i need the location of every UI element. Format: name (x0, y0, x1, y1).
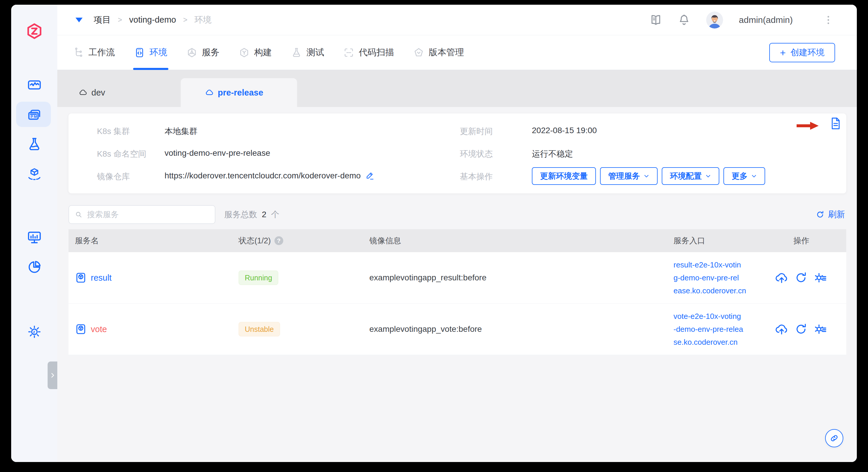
test-flask-icon (291, 47, 302, 58)
pm-icon-label: PM (31, 114, 38, 119)
tab-label: 版本管理 (429, 47, 464, 58)
image-info: examplevotingapp_vote:before (369, 324, 482, 334)
restart-service-icon[interactable] (794, 271, 808, 285)
sidebar-item-settings-icon[interactable]: z (27, 324, 42, 339)
refresh-icon (816, 210, 825, 219)
status-cell: Unstable (239, 322, 280, 336)
top-bar: 项目 > voting-demo > 环境 (57, 5, 857, 35)
manage-services-dropdown-button[interactable]: 管理服务 (600, 167, 658, 185)
service-entry-link[interactable]: vote-e2e-10x-voting -demo-env-pre-relea … (674, 310, 743, 349)
breadcrumb-project-name[interactable]: voting-demo (129, 15, 176, 25)
col-image-info: 镜像信息 (369, 229, 401, 252)
user-avatar[interactable] (706, 11, 723, 29)
image-registry-value: https://koderover.tencentcloudcr.com/kod… (164, 171, 361, 180)
service-total-label: 服务总数 (224, 209, 257, 220)
field-label: K8s 集群 (97, 126, 130, 137)
create-environment-button[interactable]: + 创建环境 (769, 43, 835, 62)
tab-workflows[interactable]: 工作流 (73, 35, 115, 70)
red-annotation-arrow (797, 120, 819, 131)
kebab-menu-icon[interactable] (823, 14, 834, 26)
zadig-logo-icon[interactable] (26, 23, 42, 39)
image-registry-row: https://koderover.tencentcloudcr.com/kod… (164, 171, 374, 180)
col-service-entry: 服务入口 (674, 229, 705, 252)
service-name: vote (91, 324, 107, 334)
version-icon (413, 47, 424, 58)
service-name: result (91, 273, 112, 283)
sidebar-item-dashboard-icon[interactable] (27, 230, 42, 245)
chevron-right-icon (50, 372, 56, 379)
sidebar-item-insight-icon[interactable] (27, 260, 42, 274)
tab-version-management[interactable]: 版本管理 (413, 35, 464, 70)
refresh-button[interactable]: 刷新 (816, 205, 845, 224)
service-table: 服务名 状态(1/2) ? 镜像信息 服务入口 操作 (68, 229, 846, 355)
chevron-down-icon (751, 173, 757, 179)
service-config-gear-icon[interactable] (814, 271, 827, 285)
update-image-upload-icon[interactable] (775, 322, 788, 336)
k8s-cluster-value: 本地集群 (164, 126, 197, 137)
docs-icon[interactable] (650, 14, 662, 26)
update-env-vars-button[interactable]: 更新环境变量 (532, 167, 596, 185)
environment-tab-bar: dev pre-release (57, 70, 857, 107)
build-icon (239, 47, 249, 58)
tab-label: 环境 (150, 47, 167, 58)
code-scan-icon (343, 47, 354, 58)
table-row: vote Unstable examplevotingapp_vote:befo… (68, 303, 846, 355)
environment-icon (134, 47, 145, 58)
project-dropdown-caret-icon[interactable] (75, 18, 83, 22)
sidebar-item-projects-icon[interactable]: PM (27, 108, 42, 122)
service-total-count: 2 (262, 210, 267, 219)
breadcrumb: 项目 > voting-demo > 环境 (75, 14, 212, 26)
tab-tests[interactable]: 测试 (291, 35, 324, 70)
sidebar-expand-handle[interactable] (48, 361, 58, 389)
workflow-icon (73, 47, 84, 58)
env-detail-document-icon[interactable] (830, 117, 841, 130)
breadcrumb-projects[interactable]: 项目 (94, 14, 111, 26)
image-info: examplevotingapp_result:before (369, 273, 486, 283)
sidebar: PM (11, 5, 57, 462)
env-status-value: 运行不稳定 (532, 148, 573, 159)
env-config-dropdown-button[interactable]: 环境配置 (662, 167, 719, 185)
edit-registry-pencil-icon[interactable] (366, 171, 374, 180)
tab-code-scan[interactable]: 代码扫描 (343, 35, 394, 70)
tab-environments[interactable]: 环境 (134, 35, 167, 70)
field-label: 更新时间 (460, 126, 493, 137)
chevron-down-icon (705, 173, 711, 179)
environment-info-card: K8s 集群 本地集群 K8s 命名空间 voting-demo-env-pre… (68, 113, 846, 194)
restart-service-icon[interactable] (794, 322, 808, 336)
service-total-unit: 个 (271, 209, 279, 220)
col-operations: 操作 (794, 229, 809, 252)
field-label: 基本操作 (460, 171, 493, 182)
sidebar-item-delivery-icon[interactable] (27, 167, 42, 182)
sidebar-item-test-icon[interactable] (27, 137, 42, 152)
env-tab-dev[interactable]: dev (57, 78, 181, 107)
sidebar-item-monitor-icon[interactable] (27, 78, 42, 92)
field-label: K8s 命名空间 (97, 148, 146, 159)
username[interactable]: admin(admin) (739, 15, 793, 25)
more-dropdown-button[interactable]: 更多 (723, 167, 765, 185)
k8s-namespace-value: voting-demo-env-pre-release (164, 148, 270, 158)
service-entry-link[interactable]: result-e2e-10x-votin g-demo-env-pre-rel … (674, 258, 746, 297)
table-header: 服务名 状态(1/2) ? 镜像信息 服务入口 操作 (68, 229, 846, 252)
share-link-fab[interactable] (825, 429, 843, 447)
service-icon (187, 47, 197, 58)
tab-services[interactable]: 服务 (187, 35, 219, 70)
update-image-upload-icon[interactable] (775, 271, 788, 285)
service-link-result[interactable]: result (75, 272, 112, 284)
notifications-bell-icon[interactable] (678, 14, 690, 26)
module-nav: 工作流 环境 (57, 35, 857, 70)
service-config-gear-icon[interactable] (814, 322, 827, 336)
env-tab-pre-release[interactable]: pre-release (181, 78, 297, 107)
status-help-icon[interactable]: ? (274, 236, 283, 245)
service-link-vote[interactable]: vote (75, 323, 107, 335)
breadcrumb-separator: > (183, 16, 187, 24)
tab-label: 构建 (254, 47, 272, 58)
plus-icon: + (780, 48, 786, 58)
table-row: result Running examplevotingapp_result:b… (68, 252, 846, 303)
search-icon (75, 210, 82, 219)
tab-label: 代码扫描 (359, 47, 394, 58)
env-tab-label: pre-release (218, 88, 263, 97)
tab-builds[interactable]: 构建 (239, 35, 272, 70)
col-status: 状态(1/2) ? (239, 229, 283, 252)
search-input[interactable] (86, 210, 209, 219)
service-search (68, 205, 215, 224)
